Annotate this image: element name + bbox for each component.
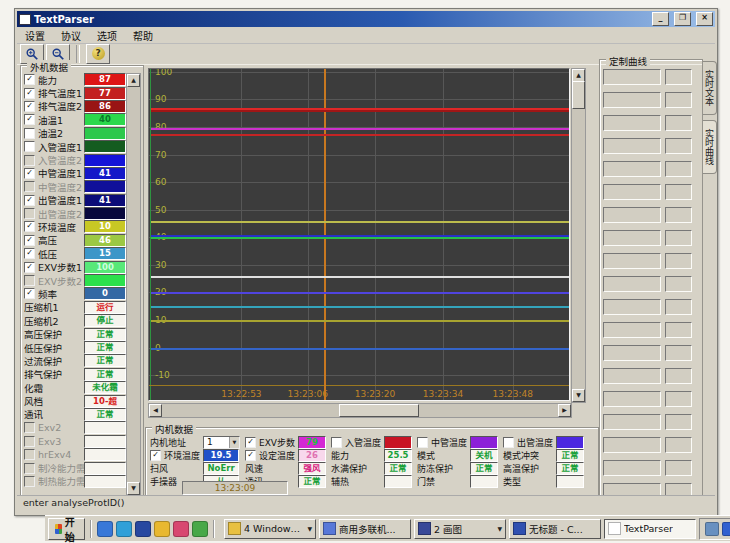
restore-button[interactable]: ❐: [674, 12, 691, 26]
curve-name-field[interactable]: [603, 115, 661, 131]
checkbox[interactable]: ✓: [245, 437, 256, 448]
checkbox[interactable]: ✓: [24, 262, 35, 273]
curve-name-field[interactable]: [603, 368, 661, 384]
checkbox[interactable]: ✓: [24, 248, 35, 259]
checkbox[interactable]: ✓: [24, 168, 35, 179]
checkbox[interactable]: [24, 155, 35, 166]
scrollbar-thumb[interactable]: [572, 81, 585, 109]
quicklaunch-icon[interactable]: [135, 521, 151, 537]
tray-icon[interactable]: [722, 522, 730, 536]
taskbar-button[interactable]: 商用多联机...: [319, 519, 411, 539]
close-button[interactable]: ×: [696, 12, 713, 26]
checkbox[interactable]: ✓: [24, 235, 35, 246]
curve-name-field[interactable]: [603, 414, 661, 430]
checkbox[interactable]: ✓: [24, 101, 35, 112]
scroll-right-icon[interactable]: ▶: [558, 404, 571, 417]
scrollbar-thumb[interactable]: [339, 404, 419, 417]
taskbar-button[interactable]: 4 Windows ...▼: [224, 519, 316, 539]
quicklaunch-icon[interactable]: [154, 521, 170, 537]
taskbar-button[interactable]: 2 画图▼: [414, 519, 506, 539]
curve-value-field[interactable]: [665, 138, 692, 154]
checkbox[interactable]: [24, 275, 35, 286]
checkbox[interactable]: ✓: [24, 74, 35, 85]
chart-vertical-scrollbar[interactable]: ▲ ▼: [571, 68, 586, 403]
curve-name-field[interactable]: [603, 460, 661, 476]
checkbox[interactable]: [331, 437, 342, 448]
curve-name-field[interactable]: [603, 161, 661, 177]
tab-realtime-text[interactable]: 实时文本: [703, 61, 717, 115]
curve-value-field[interactable]: [665, 437, 692, 453]
curve-name-field[interactable]: [603, 345, 661, 361]
checkbox[interactable]: ✓: [150, 450, 161, 461]
curve-value-field[interactable]: [665, 184, 692, 200]
quicklaunch-icon[interactable]: [116, 521, 132, 537]
curve-value-field[interactable]: [665, 230, 692, 246]
quicklaunch-icon[interactable]: [173, 521, 189, 537]
checkbox[interactable]: [24, 436, 35, 447]
checkbox[interactable]: [24, 449, 35, 460]
curve-value-field[interactable]: [665, 92, 692, 108]
start-button[interactable]: 开始: [48, 518, 85, 540]
menu-item[interactable]: 协议: [53, 27, 89, 44]
curve-name-field[interactable]: [603, 207, 661, 223]
checkbox[interactable]: ✓: [24, 88, 35, 99]
curve-name-field[interactable]: [603, 230, 661, 246]
curve-value-field[interactable]: [665, 460, 692, 476]
curve-name-field[interactable]: [603, 437, 661, 453]
curve-value-field[interactable]: [665, 322, 692, 338]
curve-value-field[interactable]: [665, 345, 692, 361]
checkbox[interactable]: [24, 422, 35, 433]
curve-value-field[interactable]: [665, 391, 692, 407]
quicklaunch-icon[interactable]: [192, 521, 208, 537]
checkbox[interactable]: [417, 437, 428, 448]
menu-item[interactable]: 设置: [17, 27, 53, 44]
curve-value-field[interactable]: [665, 115, 692, 131]
curve-name-field[interactable]: [603, 253, 661, 269]
checkbox[interactable]: [24, 208, 35, 219]
curve-name-field[interactable]: [603, 299, 661, 315]
scroll-left-icon[interactable]: ◀: [149, 404, 162, 417]
checkbox[interactable]: [24, 141, 35, 152]
curve-value-field[interactable]: [665, 253, 692, 269]
checkbox[interactable]: ✓: [245, 450, 256, 461]
tab-realtime-curve[interactable]: 实时曲线: [703, 120, 717, 174]
curve-name-field[interactable]: [603, 276, 661, 292]
curve-value-field[interactable]: [665, 299, 692, 315]
chart-horizontal-scrollbar[interactable]: ◀ ▶: [148, 403, 572, 418]
curve-value-field[interactable]: [665, 161, 692, 177]
outdoor-scrollbar[interactable]: ▲ ▼: [126, 73, 141, 496]
curve-name-field[interactable]: [603, 69, 661, 85]
checkbox[interactable]: ✓: [24, 288, 35, 299]
curve-name-field[interactable]: [603, 322, 661, 338]
checkbox[interactable]: [24, 181, 35, 192]
trend-chart-plot[interactable]: 1009080706050403020100-1013:22:5313:23:0…: [148, 68, 570, 401]
scroll-down-icon[interactable]: ▼: [572, 389, 585, 402]
scroll-up-icon[interactable]: ▲: [127, 74, 140, 87]
curve-name-field[interactable]: [603, 138, 661, 154]
checkbox[interactable]: [24, 463, 35, 474]
checkbox[interactable]: ✓: [24, 114, 35, 125]
title-bar[interactable]: TextParser _ ❐ ×: [17, 11, 715, 27]
curve-name-field[interactable]: [603, 184, 661, 200]
tray-icon[interactable]: [705, 522, 719, 536]
curve-name-field[interactable]: [603, 92, 661, 108]
scroll-down-icon[interactable]: ▼: [127, 482, 140, 495]
taskbar-button[interactable]: TextParser: [604, 519, 696, 539]
curve-name-field[interactable]: [603, 391, 661, 407]
checkbox[interactable]: ✓: [24, 221, 35, 232]
minimize-button[interactable]: _: [652, 12, 669, 26]
help-button[interactable]: ?: [86, 44, 110, 64]
menu-item[interactable]: 选项: [89, 27, 125, 44]
quicklaunch-icon[interactable]: [97, 521, 113, 537]
curve-value-field[interactable]: [665, 207, 692, 223]
checkbox[interactable]: [24, 128, 35, 139]
curve-value-field[interactable]: [665, 276, 692, 292]
checkbox[interactable]: ✓: [24, 195, 35, 206]
curve-value-field[interactable]: [665, 368, 692, 384]
menu-item[interactable]: 帮助: [125, 27, 161, 44]
checkbox[interactable]: [24, 476, 35, 487]
taskbar-button[interactable]: 无标题 - C...: [509, 519, 601, 539]
curve-value-field[interactable]: [665, 69, 692, 85]
indoor-address-select[interactable]: 1▼: [203, 436, 240, 449]
checkbox[interactable]: [503, 437, 514, 448]
